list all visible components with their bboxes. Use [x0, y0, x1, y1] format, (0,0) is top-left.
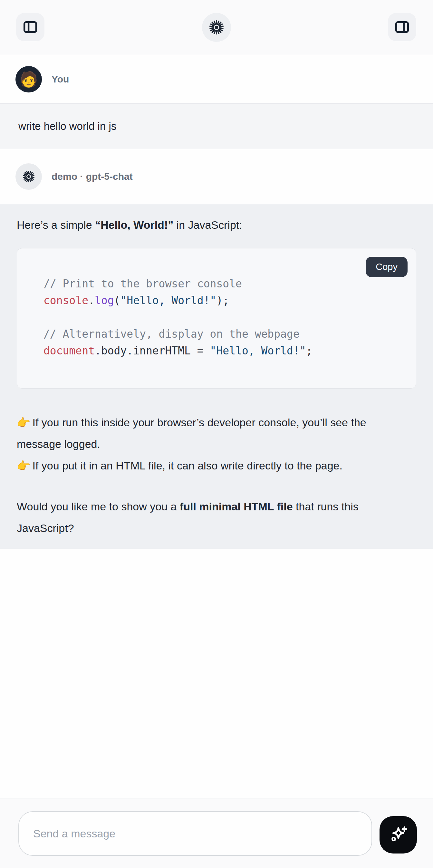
user-turn-header: 🧑 You: [0, 55, 433, 103]
code-token: (: [114, 294, 121, 307]
right-panel-toggle-button[interactable]: [388, 13, 416, 41]
pointer-emoji: 👉: [17, 416, 30, 429]
note-line: 👉If you run this inside your browser’s d…: [17, 412, 378, 455]
sparkle-icon: [388, 824, 409, 845]
question-prefix: Would you like me to show you a: [17, 500, 180, 513]
code-block: Copy // Print to the browser console con…: [17, 248, 416, 389]
composer-bar: [0, 798, 433, 868]
model-menu-button[interactable]: [202, 13, 231, 42]
assistant-avatar: [16, 163, 42, 190]
code-token: console: [43, 294, 88, 307]
assistant-starburst-icon: [21, 169, 36, 184]
code-token: .: [88, 294, 95, 307]
code-content: // Print to the browser console console.…: [43, 276, 406, 359]
code-token: // Alternatively, display on the webpage: [43, 328, 300, 340]
starburst-icon: [208, 19, 225, 36]
user-message-bubble: write hello world in js: [0, 103, 433, 149]
question-bold: full minimal HTML file: [180, 500, 293, 513]
assistant-question-paragraph: Would you like me to show you a full min…: [17, 496, 378, 539]
assistant-message-bubble: Here’s a simple “Hello, World!” in JavaS…: [0, 204, 433, 549]
pointer-emoji: 👉: [17, 460, 30, 472]
intro-prefix: Here’s a simple: [17, 219, 95, 231]
copy-code-button[interactable]: Copy: [366, 257, 407, 277]
code-token: .body.innerHTML =: [95, 344, 210, 357]
user-avatar-emoji: 🧑: [19, 72, 38, 87]
panel-left-icon: [22, 19, 38, 35]
top-bar: [0, 0, 433, 55]
note-line: 👉If you put it in an HTML file, it can a…: [17, 455, 378, 476]
code-token: "Hello, World!": [120, 294, 216, 307]
code-token: "Hello, World!": [210, 344, 306, 357]
assistant-author-label: demo · gpt-5-chat: [52, 171, 133, 182]
code-token: log: [95, 294, 114, 307]
code-token: document: [43, 344, 95, 357]
send-button[interactable]: [379, 816, 417, 854]
user-author-label: You: [52, 74, 69, 85]
code-token: );: [216, 294, 229, 307]
user-avatar: 🧑: [16, 66, 42, 92]
code-token: // Print to the browser console: [43, 277, 242, 290]
sidebar-toggle-button[interactable]: [16, 13, 44, 41]
code-token: ;: [306, 344, 312, 357]
user-message-text: write hello world in js: [18, 120, 116, 132]
assistant-intro-paragraph: Here’s a simple “Hello, World!” in JavaS…: [17, 218, 416, 232]
panel-right-icon: [394, 19, 410, 35]
assistant-notes: 👉If you run this inside your browser’s d…: [17, 412, 416, 476]
intro-suffix: in JavaScript:: [173, 219, 242, 231]
note-text: If you put it in an HTML file, it can al…: [32, 460, 342, 472]
note-text: If you run this inside your browser’s de…: [17, 416, 366, 450]
message-input[interactable]: [18, 811, 372, 856]
assistant-turn-header: demo · gpt-5-chat: [0, 149, 433, 204]
intro-bold: “Hello, World!”: [95, 219, 173, 231]
